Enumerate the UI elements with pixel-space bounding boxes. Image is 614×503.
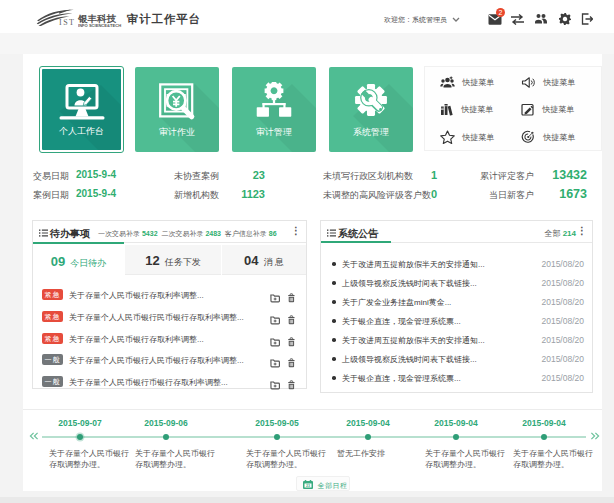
svg-text:23: 23: [306, 484, 310, 488]
